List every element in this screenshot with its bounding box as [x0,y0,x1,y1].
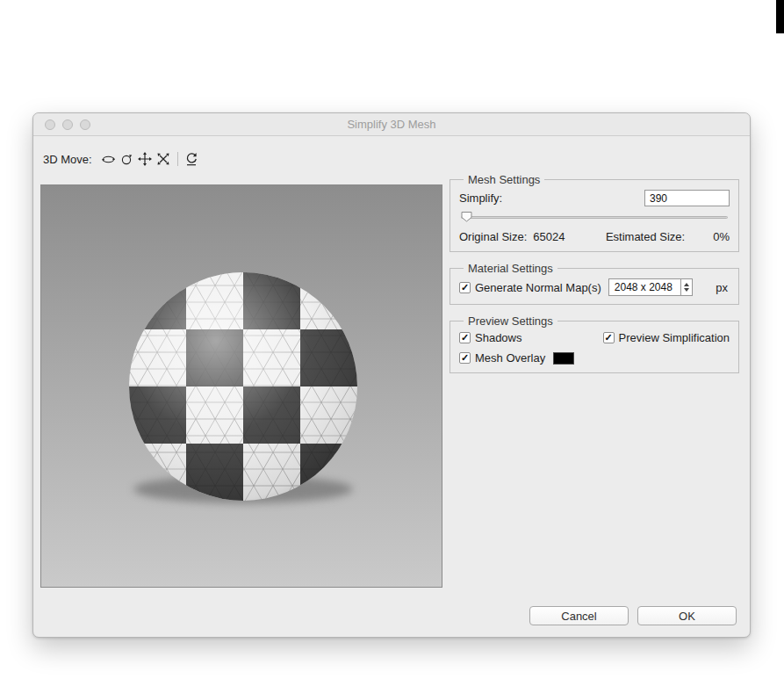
material-settings-title: Material Settings [464,262,557,275]
close-button[interactable] [45,119,55,130]
pan-tool-button[interactable] [136,150,155,168]
estimated-size-value: 0% [713,230,730,243]
up-arrow-icon [684,283,689,286]
orbit-icon [101,153,116,166]
zoom-button[interactable] [80,119,90,130]
reset-camera-icon [184,152,198,166]
estimated-size-label: Estimated Size: [606,230,685,243]
pan-icon [138,152,152,166]
check-icon: ✓ [461,283,469,293]
check-icon: ✓ [461,333,469,343]
settings-panel: Mesh Settings Simplify: Original Size: 6… [450,173,739,383]
reset-camera-button[interactable] [183,150,201,168]
mesh-overlay-checkbox[interactable]: ✓ Mesh Overlay [459,351,545,365]
window-title: Simplify 3D Mesh [347,118,435,131]
toolbar-divider [177,152,178,166]
cancel-button[interactable]: Cancel [529,606,629,625]
mesh-settings-title: Mesh Settings [464,173,544,186]
check-icon: ✓ [461,353,469,363]
material-settings-group: Material Settings ✓ Generate Normal Map(… [450,262,739,305]
checkered-sphere-render [41,185,442,588]
simplify-3d-mesh-dialog: Simplify 3D Mesh 3D Move: [32,112,751,638]
simplify-slider[interactable] [459,211,730,223]
down-arrow-icon [684,288,689,292]
checkbox-box: ✓ [603,332,615,343]
normal-map-size-select[interactable]: 2048 x 2048 [608,278,693,296]
preview-settings-title: Preview Settings [464,314,557,328]
checkbox-box: ✓ [459,332,471,343]
preview-simplification-label: Preview Simplification [619,331,730,344]
roll-icon [119,153,133,166]
screen-corner-decoration [776,0,784,33]
simplify-label: Simplify: [459,191,502,205]
generate-normal-map-label: Generate Normal Map(s) [475,281,601,294]
3d-move-toolbar: 3D Move: [43,148,201,170]
simplify-value-input[interactable] [644,190,730,206]
shadows-checkbox[interactable]: ✓ Shadows [459,331,521,344]
check-icon: ✓ [604,333,612,343]
original-size-label: Original Size: [459,230,527,243]
px-unit-label: px [716,281,728,294]
generate-normal-map-checkbox[interactable]: ✓ Generate Normal Map(s) [459,281,601,294]
minimize-button[interactable] [62,119,73,130]
slider-thumb[interactable] [461,211,472,222]
slide-icon [156,152,170,166]
roll-tool-button[interactable] [118,150,136,168]
shadows-label: Shadows [475,331,521,344]
mesh-overlay-color-swatch[interactable] [553,352,574,365]
traffic-lights [45,119,90,130]
checkbox-box: ✓ [459,282,471,293]
mesh-settings-group: Mesh Settings Simplify: Original Size: 6… [450,173,739,252]
slider-track[interactable] [461,216,728,219]
dialog-buttons: Cancel OK [529,606,737,625]
checkbox-box: ✓ [459,352,471,364]
normal-map-size-value: 2048 x 2048 [609,281,680,293]
toolbar-label: 3D Move: [43,153,92,166]
stepper-icon [680,279,692,295]
original-size-value: 65024 [533,230,565,243]
orbit-tool-button[interactable] [99,150,118,168]
slide-tool-button[interactable] [155,150,173,168]
titlebar: Simplify 3D Mesh [33,113,750,136]
preview-settings-group: Preview Settings ✓ Shadows ✓ Preview Sim… [450,314,739,373]
3d-preview-viewport[interactable] [40,184,442,588]
ok-button[interactable]: OK [637,606,737,625]
mesh-overlay-label: Mesh Overlay [475,351,545,365]
preview-simplification-checkbox[interactable]: ✓ Preview Simplification [603,331,730,344]
